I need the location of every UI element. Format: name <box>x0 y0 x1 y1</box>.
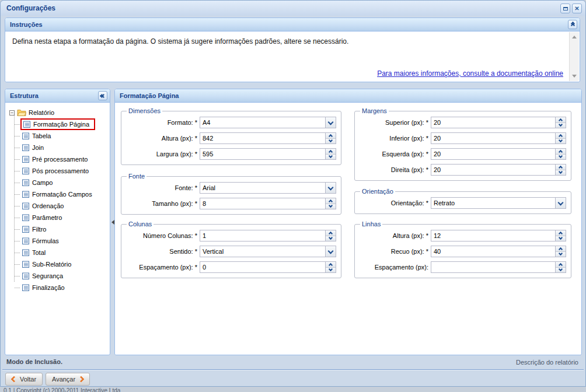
spinner-down-button[interactable] <box>326 155 336 160</box>
tamanho-input[interactable]: 8 <box>200 198 336 209</box>
next-button[interactable]: Avançar <box>46 373 90 386</box>
spinner-buttons <box>325 262 336 272</box>
spinner-down-button[interactable] <box>326 204 336 209</box>
sidebar-item-formatacao-campos[interactable]: Formatação Campos <box>12 188 109 200</box>
chevron-down-icon <box>328 119 334 125</box>
tree-item-label: Pós processamento <box>32 167 89 174</box>
sidebar-item-seguranca[interactable]: Segurança <box>12 270 109 282</box>
combo-trigger[interactable] <box>325 117 336 128</box>
sidebar-item-tabela[interactable]: Tabela <box>12 130 109 142</box>
window-titlebar[interactable]: Configurações ✕ <box>1 1 585 16</box>
collapse-panel-button[interactable] <box>568 20 577 29</box>
combo-trigger[interactable] <box>325 246 336 257</box>
sidebar-item-formatacao-pagina[interactable]: Formatação Página <box>12 118 109 130</box>
sidebar-item-pos-processamento[interactable]: Pós processamento <box>12 165 109 177</box>
sidebar-item-join[interactable]: Join <box>12 142 109 153</box>
report-icon <box>22 260 30 268</box>
structure-panel: Estrutura − Relatório <box>5 89 110 355</box>
altura-input[interactable]: 842 <box>200 132 336 144</box>
spinner-down-button[interactable] <box>556 252 566 257</box>
screen: Configurações ✕ Instruções <box>0 0 586 392</box>
chevron-up-icon <box>559 166 563 170</box>
sidebar-item-total[interactable]: Total <box>12 247 109 258</box>
formato-select[interactable]: A4 <box>200 117 336 128</box>
sidebar-item-formulas[interactable]: Fórmulas <box>12 235 109 247</box>
direita-input[interactable]: 20 <box>431 164 566 176</box>
spinner-down-button[interactable] <box>556 155 566 160</box>
spinner-down-button[interactable] <box>556 123 566 128</box>
altura-linhas-input[interactable]: 12 <box>431 230 566 242</box>
field-fonte: Fonte: * Arial <box>126 182 336 194</box>
documentation-link[interactable]: Para maiores informações, consulte a doc… <box>377 69 563 78</box>
form-header: Formatação Página <box>115 89 581 103</box>
sidebar-item-filtro[interactable]: Filtro <box>12 223 109 235</box>
report-icon <box>23 120 31 128</box>
combo-trigger[interactable] <box>325 183 336 193</box>
report-icon <box>22 202 30 210</box>
fieldset-legend: Orientação <box>360 188 395 195</box>
fieldset-dimensoes: Dimensões Formato: * A4 Altura (px): * 8… <box>121 107 341 165</box>
collapse-node-icon[interactable]: − <box>9 110 15 116</box>
back-button[interactable]: Voltar <box>5 373 43 386</box>
sentido-select[interactable]: Vertical <box>200 246 336 257</box>
field-value: Vertical <box>200 246 325 257</box>
chevron-up-icon <box>329 134 333 138</box>
spinner-down-button[interactable] <box>556 170 566 176</box>
chevron-up-icon <box>559 150 563 154</box>
report-icon <box>22 249 30 257</box>
scroll-down-icon[interactable] <box>572 75 577 78</box>
field-value: 1 <box>200 230 325 241</box>
tree-item-label: Relatório <box>29 109 54 116</box>
esquerda-input[interactable]: 20 <box>431 148 566 160</box>
inferior-input[interactable]: 20 <box>431 132 566 144</box>
spinner-down-button[interactable] <box>556 236 566 242</box>
sidebar-item-ordenacao[interactable]: Ordenação <box>12 200 109 212</box>
espacamento-linhas-input[interactable] <box>431 261 566 273</box>
scroll-up-icon[interactable] <box>572 36 577 38</box>
chevron-double-up-icon <box>571 23 574 26</box>
spinner-down-button[interactable] <box>326 139 336 144</box>
fonte-select[interactable]: Arial <box>200 182 336 194</box>
sidebar-item-finalizacao[interactable]: Finalização <box>12 282 109 293</box>
espacamento-colunas-input[interactable]: 0 <box>200 261 336 273</box>
tree-item-label: Formatação Página <box>33 121 89 128</box>
spinner-down-button[interactable] <box>326 236 336 242</box>
form-body: Dimensões Formato: * A4 Altura (px): * 8… <box>115 103 581 355</box>
report-icon <box>22 178 30 187</box>
sidebar-item-sub-relatorio[interactable]: Sub-Relatório <box>12 258 109 270</box>
numero-colunas-input[interactable]: 1 <box>200 230 336 242</box>
report-icon <box>22 214 30 222</box>
sidebar-item-pre-processamento[interactable]: Pré processamento <box>12 153 109 165</box>
orientacao-select[interactable]: Retrato <box>431 197 566 209</box>
spinner-down-button[interactable] <box>556 139 566 144</box>
field-value: Retrato <box>431 198 555 208</box>
field-tamanho: Tamanho (px): * 8 <box>126 198 336 209</box>
sidebar-item-parametro[interactable]: Parâmetro <box>12 212 109 223</box>
combo-trigger[interactable] <box>555 198 566 208</box>
superior-input[interactable]: 20 <box>431 117 566 128</box>
collapse-sidebar-button[interactable] <box>98 91 107 100</box>
fieldset-legend: Dimensões <box>127 107 162 114</box>
field-label: Superior (px): * <box>360 119 428 126</box>
largura-input[interactable]: 595 <box>200 148 336 160</box>
spinner-down-button[interactable] <box>326 268 336 273</box>
spinner-down-button[interactable] <box>556 268 566 273</box>
fieldset-margens: Margens Superior (px): * 20 Inferior (px… <box>354 107 571 181</box>
close-button[interactable]: ✕ <box>572 4 582 13</box>
tree-root-relatorio[interactable]: − Relatório <box>9 107 109 118</box>
structure-header: Estrutura <box>5 89 110 103</box>
recuo-input[interactable]: 40 <box>431 246 566 257</box>
tree-children: Formatação Página Tabela Join Pré proces… <box>12 118 109 293</box>
spinner-buttons <box>555 262 566 272</box>
report-icon <box>22 225 30 233</box>
structure-title: Estrutura <box>10 92 39 99</box>
scrollbar[interactable] <box>569 32 579 81</box>
field-superior: Superior (px): * 20 <box>360 117 566 128</box>
sidebar-item-campo[interactable]: Campo <box>12 177 109 188</box>
chevron-down-icon <box>329 267 333 271</box>
maximize-button[interactable] <box>560 4 570 13</box>
field-label: Inferior (px): * <box>360 135 428 142</box>
field-value: 20 <box>431 117 555 128</box>
field-orientacao: Orientação: * Retrato <box>360 197 566 209</box>
chevron-up-icon <box>559 134 563 138</box>
